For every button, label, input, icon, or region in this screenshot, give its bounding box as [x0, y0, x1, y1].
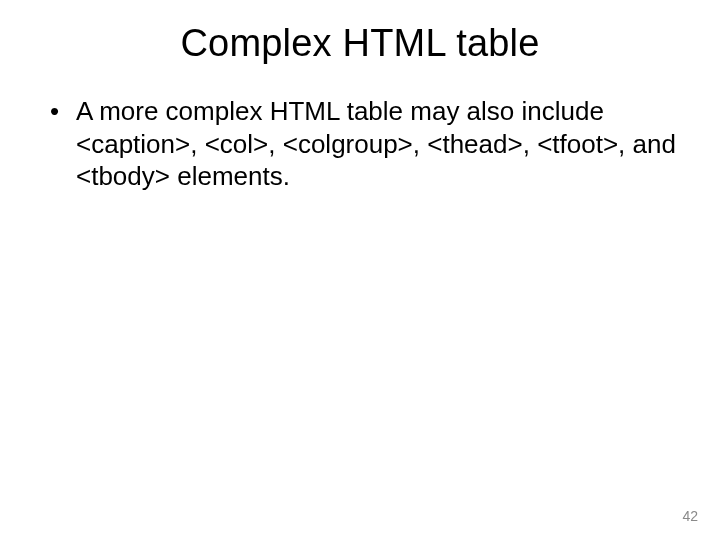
- slide-body: A more complex HTML table may also inclu…: [0, 75, 720, 193]
- slide: Complex HTML table A more complex HTML t…: [0, 0, 720, 540]
- bullet-list: A more complex HTML table may also inclu…: [50, 95, 680, 193]
- page-number: 42: [682, 508, 698, 524]
- list-item: A more complex HTML table may also inclu…: [50, 95, 680, 193]
- slide-title: Complex HTML table: [0, 0, 720, 75]
